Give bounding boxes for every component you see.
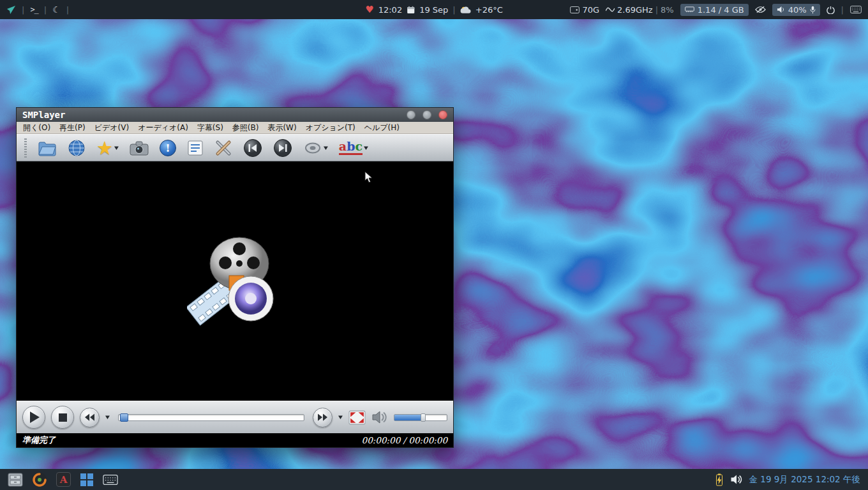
night-light-icon[interactable]: ☾: [52, 4, 61, 15]
top-panel-right: 70G 2.69GHz | 8% 1.14 / 4 GB: [570, 4, 862, 16]
disk-icon: [570, 6, 580, 13]
window-grid-icon[interactable]: [80, 473, 94, 487]
window-buttons: [407, 110, 447, 119]
tools-icon: [214, 139, 232, 157]
virtual-keyboard-icon[interactable]: [103, 475, 118, 485]
menu-view[interactable]: 表示(W): [263, 122, 301, 133]
preferences-button[interactable]: [214, 139, 232, 157]
microphone-icon: [810, 6, 816, 14]
disk-free: 70G: [582, 5, 599, 15]
eye-slash-icon[interactable]: [755, 6, 766, 13]
battery-charging-icon[interactable]: [715, 473, 724, 486]
time-display: 00:00:00 / 00:00:00: [362, 435, 447, 445]
disk-widget[interactable]: 70G: [570, 5, 599, 15]
close-button[interactable]: [438, 110, 447, 119]
file-manager-icon[interactable]: [8, 473, 23, 487]
keyboard-layout-icon[interactable]: [850, 6, 862, 13]
app-a-icon[interactable]: A: [56, 472, 71, 487]
seek-slider[interactable]: [118, 414, 304, 421]
screenshot-button[interactable]: [130, 140, 149, 156]
menu-browse[interactable]: 参照(B): [228, 122, 264, 133]
dropdown-arrow-icon[interactable]: ▼: [364, 145, 368, 151]
send-icon[interactable]: [6, 5, 16, 15]
volume-mute-button[interactable]: [371, 410, 388, 424]
stop-button[interactable]: [51, 406, 74, 429]
titlebar[interactable]: SMPlayer: [17, 108, 453, 122]
separator: |: [841, 5, 844, 15]
globe-icon: [68, 139, 86, 157]
top-panel-center: ♥ 12:02 19 Sep | +26°C: [365, 5, 503, 15]
toolbar-drag-handle[interactable]: [24, 138, 27, 158]
fast-forward-icon: [318, 413, 327, 421]
information-button[interactable]: !: [160, 140, 176, 156]
menu-subtitles[interactable]: 字幕(S): [193, 122, 228, 133]
skip-back-icon: [243, 138, 262, 158]
smplayer-window: SMPlayer 開く(O) 再生(P) ビデオ(V) オーディオ(A) 字幕(…: [16, 107, 454, 448]
menu-help[interactable]: ヘルプ(H): [360, 122, 404, 133]
dropdown-arrow-icon[interactable]: ▼: [114, 145, 119, 151]
volume-level: 40%: [788, 5, 807, 15]
ram-widget[interactable]: 1.14 / 4 GB: [680, 4, 749, 16]
stop-icon: [59, 413, 67, 422]
top-panel-left: | >_ | ☾ |: [6, 4, 69, 15]
top-panel: | >_ | ☾ | ♥ 12:02 19 Sep | +26°C: [0, 0, 868, 19]
play-button[interactable]: [22, 406, 45, 429]
forward-button[interactable]: [313, 408, 333, 427]
browser-swirl-icon[interactable]: [32, 472, 47, 487]
forward-dropdown[interactable]: ▼: [338, 415, 343, 420]
fullscreen-button[interactable]: [348, 410, 366, 425]
rewind-dropdown[interactable]: ▼: [105, 415, 110, 420]
cpu-wave-icon: [606, 7, 615, 12]
taskbar-speaker-icon[interactable]: [730, 474, 743, 485]
separator: |: [44, 5, 47, 15]
window-title: SMPlayer: [22, 110, 65, 120]
seek-handle[interactable]: [120, 413, 128, 422]
taskbar-datetime[interactable]: 金 19 9月 2025 12:02 午後: [749, 474, 861, 486]
date[interactable]: 19 Sep: [419, 5, 448, 15]
video-area[interactable]: [17, 161, 453, 401]
ram-icon: [685, 6, 694, 13]
volume-widget[interactable]: 40%: [772, 4, 820, 16]
menu-play[interactable]: 再生(P): [55, 122, 90, 133]
menu-options[interactable]: オプション(T): [301, 122, 360, 133]
maximize-button[interactable]: [423, 110, 431, 119]
volume-icon: [371, 410, 388, 424]
minimize-button[interactable]: [407, 110, 415, 119]
playlist-button[interactable]: [187, 140, 204, 156]
menu-audio[interactable]: オーディオ(A): [133, 122, 193, 133]
separator: |: [655, 5, 658, 15]
rewind-button[interactable]: [80, 408, 100, 427]
mute-button[interactable]: ▼: [303, 142, 328, 154]
favorites-button[interactable]: ★ ▼: [96, 140, 119, 156]
speaker-icon: [777, 6, 785, 13]
open-file-button[interactable]: [38, 140, 57, 156]
calendar-icon: [407, 6, 415, 14]
camera-icon: [130, 140, 149, 156]
taskbar: A 金 19 9月 2025 12:02 午後: [0, 469, 868, 490]
clock[interactable]: 12:02: [378, 5, 402, 15]
skip-forward-icon: [273, 138, 292, 158]
weather-temp[interactable]: +26°C: [475, 5, 503, 15]
separator: |: [22, 5, 24, 15]
open-url-button[interactable]: [68, 139, 86, 157]
menu-open[interactable]: 開く(O): [19, 122, 55, 133]
volume-handle[interactable]: [421, 413, 426, 422]
toolbar: ★ ▼ !: [17, 134, 453, 161]
terminal-icon[interactable]: >_: [30, 5, 38, 14]
cpu-widget[interactable]: 2.69GHz | 8%: [606, 5, 674, 15]
speaker-donut-icon: [303, 142, 322, 154]
heart-icon[interactable]: ♥: [365, 5, 373, 15]
next-chapter-button[interactable]: [273, 138, 292, 158]
desktop[interactable]: SMPlayer 開く(O) 再生(P) ビデオ(V) オーディオ(A) 字幕(…: [0, 19, 868, 469]
play-icon: [30, 412, 40, 423]
previous-chapter-button[interactable]: [243, 138, 262, 158]
screen: | >_ | ☾ | ♥ 12:02 19 Sep | +26°C: [0, 0, 868, 490]
menu-video[interactable]: ビデオ(V): [90, 122, 133, 133]
volume-slider[interactable]: [394, 414, 447, 421]
subtitles-button[interactable]: abc ▼: [339, 140, 368, 155]
statusbar: 準備完了 00:00:00 / 00:00:00: [17, 433, 453, 447]
ram-usage: 1.14 / 4 GB: [698, 5, 744, 15]
control-bar: ▼ ▼: [17, 401, 453, 433]
power-icon[interactable]: [827, 6, 835, 14]
dropdown-arrow-icon[interactable]: ▼: [324, 145, 328, 151]
